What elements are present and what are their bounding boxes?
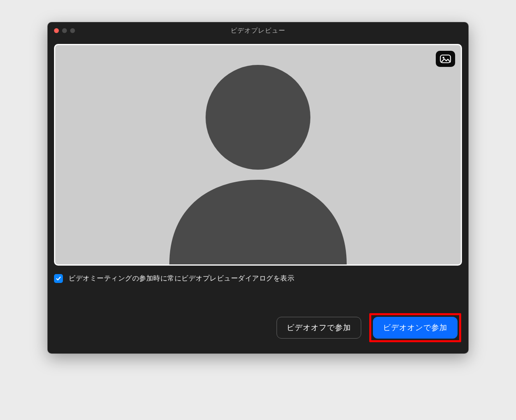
virtual-background-button[interactable] bbox=[436, 51, 455, 67]
window-title: ビデオプレビュー bbox=[231, 27, 285, 35]
titlebar: ビデオプレビュー bbox=[48, 22, 468, 39]
window-controls bbox=[54, 28, 75, 33]
button-label: ビデオオンで参加 bbox=[383, 322, 447, 333]
video-preview-area bbox=[54, 44, 462, 266]
svg-point-2 bbox=[443, 57, 445, 59]
button-label: ビデオオフで参加 bbox=[287, 322, 351, 333]
video-preview-window: ビデオプレビュー bbox=[48, 22, 468, 353]
content-area: ビデオミーティングの参加時に常にビデオプレビューダイアログを表示 ビデオオフで参… bbox=[48, 39, 468, 353]
checkmark-icon bbox=[56, 276, 61, 281]
join-without-video-button[interactable]: ビデオオフで参加 bbox=[277, 317, 361, 339]
image-icon bbox=[440, 54, 451, 63]
button-row: ビデオオフで参加 ビデオオンで参加 bbox=[54, 313, 462, 342]
maximize-window-button[interactable] bbox=[70, 28, 75, 33]
always-show-preview-option[interactable]: ビデオミーティングの参加時に常にビデオプレビューダイアログを表示 bbox=[54, 274, 462, 283]
checkbox[interactable] bbox=[54, 274, 63, 283]
checkbox-label: ビデオミーティングの参加時に常にビデオプレビューダイアログを表示 bbox=[69, 274, 294, 283]
join-with-video-button[interactable]: ビデオオンで参加 bbox=[373, 317, 458, 339]
close-window-button[interactable] bbox=[54, 28, 59, 33]
svg-point-0 bbox=[206, 65, 310, 170]
minimize-window-button[interactable] bbox=[62, 28, 67, 33]
annotation-highlight: ビデオオンで参加 bbox=[369, 313, 461, 342]
avatar-placeholder-icon bbox=[153, 55, 363, 264]
